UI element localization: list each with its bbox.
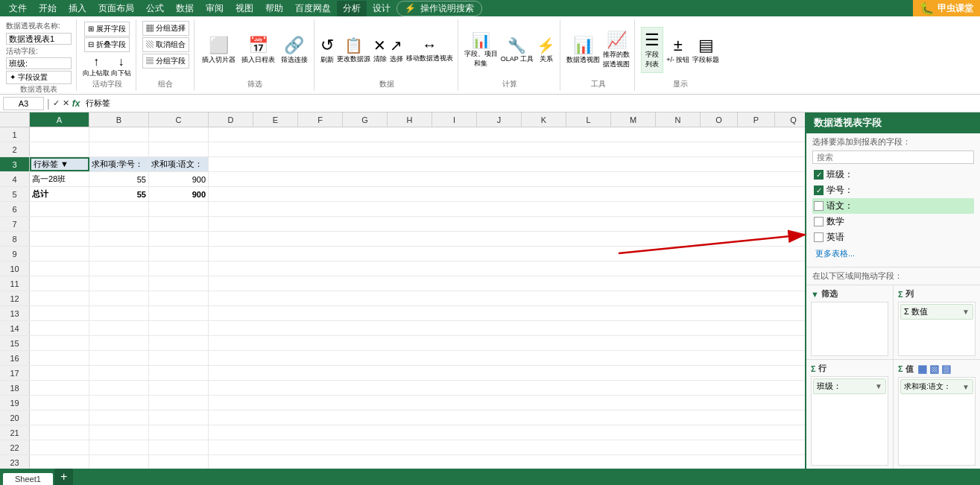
cell[interactable] [149, 291, 209, 305]
cell[interactable] [89, 351, 149, 365]
cell[interactable] [89, 142, 149, 156]
cell[interactable] [149, 366, 209, 380]
cell[interactable] [30, 247, 89, 261]
col-header-f[interactable]: F [298, 112, 343, 127]
cell[interactable] [89, 306, 149, 320]
row-header[interactable]: 10 [0, 261, 30, 276]
cell[interactable] [30, 276, 89, 291]
cell-c3[interactable]: 求和项:语文： [149, 157, 209, 171]
col-header-p[interactable]: P [738, 112, 775, 127]
cell[interactable] [149, 127, 209, 142]
col-header-j[interactable]: J [477, 112, 522, 127]
cell[interactable] [149, 232, 209, 246]
group-field-btn[interactable]: ▤ 分组字段 [142, 54, 189, 69]
cell[interactable] [89, 336, 149, 350]
menu-item-search[interactable]: ⚡ 操作说明搜索 [396, 1, 482, 16]
cell[interactable] [149, 306, 209, 320]
col-header-e[interactable]: E [253, 112, 298, 127]
formula-input[interactable]: 行标签 [83, 99, 977, 108]
field-item-chinese[interactable]: 语文： [812, 198, 974, 214]
cell[interactable] [149, 336, 209, 350]
cell[interactable]: 900 [149, 172, 209, 186]
cell[interactable] [149, 410, 209, 425]
cell[interactable] [89, 202, 149, 216]
change-source-btn[interactable]: 📋 更改数据源 [337, 37, 370, 64]
move-pivot-btn[interactable]: ↔ 移动数据透视表 [406, 37, 453, 63]
cell[interactable] [149, 261, 209, 276]
row-header[interactable]: 19 [0, 396, 30, 410]
cell[interactable] [149, 142, 209, 156]
cell-b3[interactable]: 求和项:学号： [89, 157, 149, 171]
cell[interactable] [30, 202, 89, 216]
clear-btn[interactable]: ✕ 清除 [373, 37, 387, 64]
col-zone-item[interactable]: Σ 数值 ▼ [900, 304, 973, 320]
field-item-studentid[interactable]: ✓ 学号： [812, 183, 974, 198]
menu-item-view[interactable]: 视图 [230, 1, 259, 16]
field-item-english[interactable]: 英语 [812, 229, 974, 245]
cell[interactable] [89, 366, 149, 380]
cell[interactable] [30, 232, 89, 246]
col-header-n[interactable]: N [656, 112, 701, 127]
cell[interactable] [209, 276, 805, 291]
cell[interactable] [209, 425, 805, 440]
menu-item-data[interactable]: 数据 [170, 1, 200, 16]
cell[interactable] [30, 455, 89, 469]
collapse-field-btn[interactable]: ⊟ 折叠字段 [84, 37, 130, 52]
menu-item-help[interactable]: 帮助 [259, 1, 289, 16]
cell[interactable] [209, 321, 805, 335]
timeline-btn[interactable]: 📅 插入日程表 [240, 34, 276, 66]
row-header[interactable]: 11 [0, 276, 30, 291]
cell[interactable] [30, 291, 89, 305]
cell[interactable] [209, 142, 805, 156]
row-header[interactable]: 9 [0, 247, 30, 261]
cell[interactable] [209, 455, 805, 469]
filter-zone-area[interactable] [811, 302, 888, 356]
cell[interactable] [30, 381, 89, 395]
menu-item-analyze[interactable]: 分析 [337, 1, 367, 16]
cell[interactable] [209, 366, 805, 380]
cell[interactable] [30, 127, 89, 142]
cell-a3[interactable]: 行标签 ▼ [30, 157, 89, 171]
row-zone-area[interactable]: 班级： ▼ [811, 376, 888, 466]
cell[interactable] [89, 381, 149, 395]
cell[interactable] [30, 425, 89, 440]
col-header-m[interactable]: M [611, 112, 656, 127]
cell[interactable] [89, 321, 149, 335]
active-field-input[interactable] [6, 57, 72, 69]
plus-minus-btn[interactable]: ± +/- 按钮 [666, 36, 689, 65]
cell[interactable] [89, 127, 149, 142]
add-sheet-btn[interactable]: + [54, 469, 73, 485]
column-zone-area[interactable]: Σ 数值 ▼ [898, 302, 976, 356]
menu-item-baidu[interactable]: 百度网盘 [289, 1, 337, 16]
cell[interactable] [30, 410, 89, 425]
cell[interactable] [209, 440, 805, 454]
cell[interactable] [30, 321, 89, 335]
cell[interactable]: 900 [149, 187, 209, 201]
slicer-btn[interactable]: ⬜ 插入切片器 [200, 34, 237, 66]
row-header[interactable]: 17 [0, 366, 30, 380]
refresh-btn[interactable]: ↺ 刷新 [320, 36, 334, 65]
field-header-btn[interactable]: ▤ 字段标题 [692, 36, 719, 65]
cell[interactable] [149, 351, 209, 365]
col-header-c[interactable]: C [149, 112, 209, 127]
cell-total[interactable]: 总计 [30, 187, 89, 201]
row-header[interactable]: 23 [0, 455, 30, 469]
col-header-q[interactable]: Q [775, 112, 805, 127]
cell[interactable] [89, 232, 149, 246]
recommend-pivot-btn[interactable]: 📈 推荐的数 据透视图 [603, 31, 630, 69]
field-settings-btn[interactable]: ✦ 字段设置 [6, 71, 72, 84]
cell[interactable] [149, 202, 209, 216]
menu-item-file[interactable]: 文件 [3, 1, 33, 16]
cell[interactable] [209, 381, 805, 395]
menu-item-formula[interactable]: 公式 [140, 1, 170, 16]
cell[interactable] [149, 276, 209, 291]
col-header-h[interactable]: H [388, 112, 432, 127]
check-icon[interactable]: ✓ [53, 98, 60, 108]
fields-items-btn[interactable]: 📊 字段、项目 和集 [464, 31, 498, 69]
col-header-b[interactable]: B [89, 112, 149, 127]
col-header-k[interactable]: K [522, 112, 566, 127]
cell[interactable] [30, 217, 89, 231]
row-header-selected[interactable]: 3 [0, 157, 30, 171]
row-header[interactable]: 15 [0, 336, 30, 350]
fx-icon[interactable]: fx [72, 98, 80, 109]
